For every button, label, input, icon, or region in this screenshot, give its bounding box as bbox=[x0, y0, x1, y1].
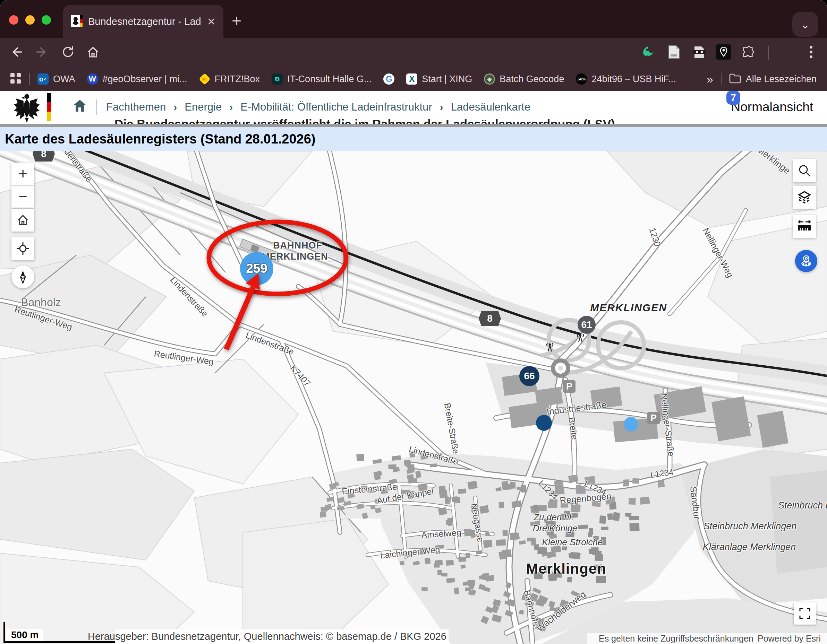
bookmarks-divider bbox=[29, 73, 30, 85]
chevron-right-icon: › bbox=[173, 101, 177, 113]
extension-badge: 7 bbox=[726, 91, 740, 105]
minimize-window-button[interactable] bbox=[25, 15, 35, 25]
map-canvas[interactable]: BAHNHOFMERKLINGENBanholzReutlinger-WegRe… bbox=[0, 151, 827, 644]
powered-by-esri[interactable]: Powered by Esri bbox=[758, 634, 821, 644]
toolbar-divider bbox=[768, 46, 769, 60]
zoom-out-button[interactable]: − bbox=[11, 185, 34, 208]
map-title-bar: Karte des Ladesäulenregisters (Stand 28.… bbox=[0, 127, 827, 151]
attribution-text: Herausgeber: Bundesnetzagentur, Quellenn… bbox=[88, 631, 446, 642]
browser-toolbar: bundesnetzagentur.de/DE/Fachthemen/Elekt… bbox=[0, 38, 827, 67]
extensions-puzzle-icon[interactable] bbox=[741, 45, 755, 60]
measure-button[interactable] bbox=[793, 215, 816, 238]
bookmark-item[interactable]: XStart | XING bbox=[406, 73, 472, 85]
bookmark-item[interactable]: o✓OWA bbox=[37, 73, 75, 85]
bookmarks-divider2 bbox=[721, 73, 722, 85]
map-title: Karte des Ladesäulenregisters (Stand 28.… bbox=[5, 127, 316, 151]
access-note: Es gelten keine Zugriffsbeschränkungen bbox=[599, 634, 754, 644]
breadcrumb-item[interactable]: E-Mobilität: Öffentliche Ladeinfrastrukt… bbox=[240, 101, 432, 114]
home-button[interactable] bbox=[86, 45, 100, 60]
breadcrumb-item[interactable]: Fachthemen bbox=[106, 101, 166, 114]
reload-button[interactable] bbox=[61, 45, 75, 60]
breadcrumb-item[interactable]: Ladesäulenkarte bbox=[451, 101, 531, 114]
tab-strip: Bundesnetzagentur - Ladesä ✕ + ⌄ bbox=[0, 0, 827, 38]
layers-button[interactable] bbox=[793, 186, 816, 208]
zoom-control: + − bbox=[11, 163, 34, 208]
bookmark-item[interactable]: ⧉IT-Consult Halle G... bbox=[272, 73, 371, 85]
browser-window: Bundesnetzagentur - Ladesä ✕ + ⌄ bundesn… bbox=[0, 0, 827, 644]
maximize-window-button[interactable] bbox=[42, 15, 51, 25]
scale-label: 500 m bbox=[6, 629, 44, 641]
basemap bbox=[0, 151, 827, 644]
all-bookmarks-button[interactable]: Alle Lesezeichen bbox=[746, 74, 817, 85]
bookmark-item[interactable]: G bbox=[383, 73, 395, 85]
extension-colorzilla-icon[interactable] bbox=[641, 45, 655, 60]
menu-kebab-icon[interactable] bbox=[809, 45, 813, 60]
tab-close-icon[interactable]: ✕ bbox=[207, 16, 216, 28]
bookmark-item[interactable]: ◈Batch Geocode bbox=[484, 73, 564, 85]
close-window-button[interactable] bbox=[9, 15, 19, 25]
chevron-right-icon: › bbox=[229, 101, 233, 113]
bookmarks-overflow-button[interactable]: » bbox=[707, 72, 713, 86]
compass-button[interactable] bbox=[11, 266, 34, 288]
bookmarks-bar: o✓OWAW#geoObserver | mi...F!FRITZ!Box⧉IT… bbox=[0, 67, 827, 91]
extension-privacy-mask-icon[interactable] bbox=[693, 45, 706, 60]
breadcrumb-item[interactable]: Energie bbox=[184, 101, 222, 114]
bookmark-item[interactable]: F!FRITZ!Box bbox=[199, 73, 260, 85]
chevron-down-icon: ⌄ bbox=[800, 17, 810, 31]
home-extent-button[interactable] bbox=[11, 208, 34, 232]
bookmark-item[interactable]: W#geoObserver | mi... bbox=[87, 73, 187, 85]
extension-page-icon[interactable] bbox=[668, 45, 680, 61]
clipped-heading: Die Bundesnetzagentur veröffentlicht die… bbox=[0, 117, 827, 124]
folder-icon bbox=[729, 73, 741, 85]
zoom-in-button[interactable]: + bbox=[11, 163, 34, 185]
extension-geolocation-icon[interactable] bbox=[716, 44, 731, 61]
forward-button[interactable] bbox=[35, 45, 49, 60]
bookmarks-list: o✓OWAW#geoObserver | mi...F!FRITZ!Box⧉IT… bbox=[37, 73, 688, 85]
fullscreen-button[interactable] bbox=[794, 602, 816, 625]
new-tab-button[interactable]: + bbox=[232, 13, 242, 28]
bookmark-item[interactable]: 24/9624bit96 – USB HiF... bbox=[576, 73, 676, 85]
search-button[interactable] bbox=[793, 159, 816, 182]
apps-grid-icon[interactable] bbox=[10, 72, 22, 86]
tab-search-button[interactable]: ⌄ bbox=[792, 12, 818, 37]
chevron-right-icon: › bbox=[440, 101, 443, 113]
tab-favicon bbox=[71, 15, 83, 28]
browser-tab[interactable]: Bundesnetzagentur - Ladesä ✕ bbox=[63, 5, 223, 38]
content-divider bbox=[0, 124, 827, 127]
breadcrumb-home-icon[interactable] bbox=[73, 100, 86, 114]
nearby-stations-button[interactable] bbox=[795, 250, 817, 272]
locate-button[interactable] bbox=[11, 237, 34, 260]
back-button[interactable] bbox=[9, 45, 23, 60]
esri-attribution: Es gelten keine Zugriffsbeschränkungen P… bbox=[587, 633, 827, 644]
tab-title: Bundesnetzagentur - Ladesä bbox=[88, 16, 201, 27]
